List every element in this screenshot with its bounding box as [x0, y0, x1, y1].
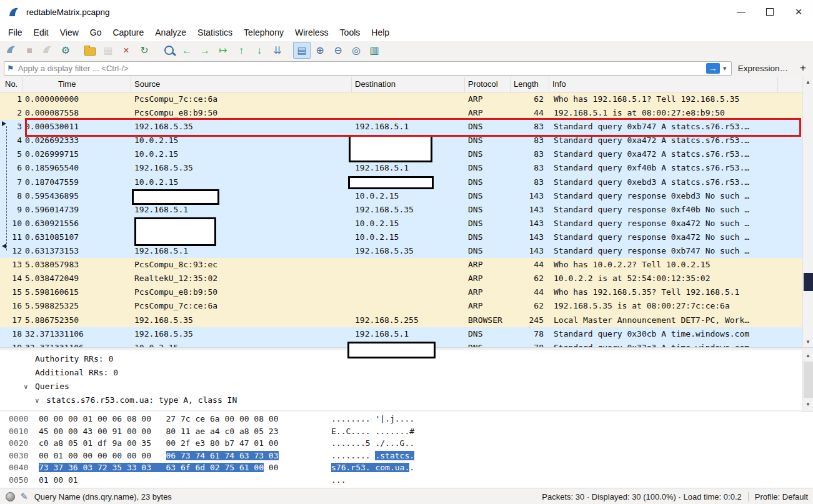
scroll-down-icon[interactable]: ▼	[803, 337, 813, 347]
scroll-up-icon[interactable]: ▲	[803, 350, 813, 361]
detail-line[interactable]: Authority RRs: 0	[0, 352, 802, 366]
go-to-packet-icon: ↦	[219, 46, 227, 56]
column-header-time[interactable]: Time	[23, 77, 131, 92]
colorize-button[interactable]: ▤	[293, 42, 311, 59]
hex-offset: 0000	[9, 413, 28, 425]
detail-line[interactable]: ∨statcs.s76.r53.com.ua: type A, class IN	[0, 393, 802, 407]
menu-item-edit[interactable]: Edit	[28, 24, 54, 41]
go-last-button[interactable]: ↓	[251, 42, 268, 59]
packet-row-8[interactable]: 80.59543689510.0.2.15DNS143Standard quer…	[0, 189, 802, 203]
column-header-length[interactable]: Length	[511, 77, 549, 92]
packet-row-2[interactable]: 20.000087558PcsCompu_e8:b9:50ARP44192.16…	[0, 106, 802, 120]
display-filter-input[interactable]: ⚑ Apply a display filter ... <Ctrl-/> → …	[4, 61, 732, 76]
column-header-source[interactable]: Source	[131, 77, 352, 92]
filter-add-button[interactable]: +	[797, 62, 809, 74]
column-header-info[interactable]: Info	[549, 77, 778, 92]
column-header-protocol[interactable]: Protocol	[465, 77, 511, 92]
menu-item-wireless[interactable]: Wireless	[289, 24, 334, 41]
packet-row-18[interactable]: 1832.371331106192.168.5.35192.168.5.1DNS…	[0, 327, 802, 341]
filter-apply-button[interactable]: →	[706, 63, 720, 74]
cell-source: 10.0.2.15	[131, 134, 352, 147]
expression-button[interactable]: Expression…	[738, 64, 788, 73]
detail-line[interactable]: Additional RRs: 0	[0, 366, 802, 380]
packet-row-14[interactable]: 145.038472049RealtekU_12:35:02ARP6210.0.…	[0, 272, 802, 285]
hex-row[interactable]: 005001 00 01...	[0, 474, 802, 487]
packet-row-5[interactable]: 50.02699971510.0.2.15DNS83Standard query…	[0, 147, 802, 161]
packet-row-6[interactable]: 60.185965540192.168.5.35192.168.5.1DNS83…	[0, 161, 802, 175]
zoom-original-icon: ◎	[352, 46, 361, 56]
zoom-original-button[interactable]: ◎	[347, 42, 365, 59]
detail-line[interactable]: ∨Queries	[0, 380, 802, 393]
close-button[interactable]: ×	[784, 0, 813, 24]
scroll-up-icon[interactable]: ▲	[803, 77, 813, 87]
cell-length: 143	[511, 189, 549, 203]
go-to-packet-button[interactable]: ↦	[214, 42, 232, 59]
menu-item-go[interactable]: Go	[84, 24, 107, 41]
hex-ascii-segment: s76.r53. com.ua.	[331, 463, 409, 472]
column-header-destination[interactable]: Destination	[352, 77, 465, 92]
packet-row-19[interactable]: 1932.37133110610.0.2.15DNS78Standard que…	[0, 341, 802, 347]
filter-history-caret-icon[interactable]: ▾	[720, 64, 730, 72]
find-packet-button[interactable]	[160, 42, 177, 59]
cell-protocol: BROWSER	[465, 314, 511, 327]
start-capture-icon	[6, 44, 17, 57]
zoom-in-button[interactable]: ⊕	[311, 42, 329, 59]
hex-bytes: 00 01 00 00 00 00 00 00 06 73 74 61 74 6…	[39, 450, 279, 462]
go-back-button[interactable]: ←	[178, 42, 196, 59]
cell-filler	[778, 175, 789, 189]
packet-row-15[interactable]: 155.598160615PcsCompu_e8:b9:50ARP44Who h…	[0, 285, 802, 299]
hex-row[interactable]: 001045 00 00 43 00 91 00 00 80 11 ae a4 …	[0, 425, 802, 438]
capture-comment-icon[interactable]: ✎	[21, 492, 28, 502]
packet-row-7[interactable]: 70.18704755910.0.2.15DNS83Standard query…	[0, 175, 802, 189]
zoom-out-button[interactable]: ⊖	[329, 42, 347, 59]
packet-row-9[interactable]: 90.596014739192.168.5.1192.168.5.35DNS14…	[0, 203, 802, 217]
open-file-button[interactable]	[81, 42, 99, 59]
profile-button[interactable]: Profile: Default	[755, 492, 808, 502]
expert-info-icon[interactable]	[6, 492, 15, 502]
details-scrollbar-thumb[interactable]	[804, 362, 813, 398]
packet-row-10[interactable]: 100.63092155610.0.2.15DNS143Standard que…	[0, 217, 802, 230]
maximize-button[interactable]	[756, 0, 784, 24]
details-scrollbar[interactable]: ▲ ▼	[802, 350, 813, 410]
scroll-down-icon[interactable]: ▼	[803, 399, 813, 410]
hex-row[interactable]: 003000 01 00 00 00 00 00 00 06 73 74 61 …	[0, 450, 802, 462]
expander-icon[interactable]: ∨	[24, 380, 35, 394]
packet-row-3[interactable]: 30.000530011192.168.5.35192.168.5.1DNS83…	[0, 120, 802, 134]
filter-bookmark-icon[interactable]: ⚑	[7, 64, 14, 73]
column-header-no[interactable]: No.	[0, 77, 23, 92]
expander-icon[interactable]: ∨	[35, 394, 46, 408]
go-forward-button[interactable]: →	[196, 42, 214, 59]
auto-scroll-button[interactable]: ⇊	[269, 42, 286, 59]
hex-row[interactable]: 000000 00 00 01 00 06 08 00 27 7c ce 6a …	[0, 413, 802, 425]
packet-row-16[interactable]: 165.598825325PcsCompu_7c:ce:6aARP62192.1…	[0, 299, 802, 313]
start-capture-button[interactable]	[2, 42, 20, 59]
packet-row-17[interactable]: 175.886752350192.168.5.35192.168.5.255BR…	[0, 314, 802, 327]
menu-item-capture[interactable]: Capture	[107, 24, 149, 41]
go-first-button[interactable]: ↑	[232, 42, 250, 59]
capture-options-button[interactable]: ⚙	[57, 42, 74, 59]
resize-columns-button[interactable]: ▥	[366, 42, 383, 59]
cell-filler	[778, 147, 789, 161]
packet-row-11[interactable]: 110.63108510710.0.2.15DNS143Standard que…	[0, 230, 802, 244]
cell-protocol: ARP	[465, 272, 511, 285]
close-file-button[interactable]: ×	[117, 42, 135, 59]
packet-row-13[interactable]: 135.038057983PcsCompu_8c:93:ecARP44Who h…	[0, 258, 802, 272]
packet-list-scrollbar-thumb[interactable]	[804, 273, 813, 291]
menu-item-help[interactable]: Help	[366, 24, 395, 41]
cell-filler	[778, 230, 789, 244]
minimize-button[interactable]: —	[727, 0, 756, 24]
cell-time: 5.038057983	[23, 258, 131, 272]
packet-row-1[interactable]: 10.000000000PcsCompu_7c:ce:6aARP62Who ha…	[0, 92, 802, 106]
menu-item-analyze[interactable]: Analyze	[149, 24, 192, 41]
hex-row[interactable]: 0020c0 a8 05 01 df 9a 00 35 00 2f e3 80 …	[0, 437, 802, 450]
packet-list-scrollbar[interactable]: ▲ ▼	[802, 77, 813, 347]
menu-item-statistics[interactable]: Statistics	[192, 24, 238, 41]
packet-row-4[interactable]: 40.02669233310.0.2.15DNS83Standard query…	[0, 134, 802, 147]
hex-row[interactable]: 004073 37 36 03 72 35 33 03 63 6f 6d 02 …	[0, 462, 802, 474]
menu-item-tools[interactable]: Tools	[334, 24, 366, 41]
menu-item-view[interactable]: View	[54, 24, 84, 41]
menu-item-telephony[interactable]: Telephony	[238, 24, 289, 41]
reload-file-button[interactable]: ↻	[136, 42, 153, 59]
menu-item-file[interactable]: File	[2, 24, 28, 41]
packet-row-12[interactable]: 120.631373153192.168.5.1192.168.5.35DNS1…	[0, 244, 802, 258]
